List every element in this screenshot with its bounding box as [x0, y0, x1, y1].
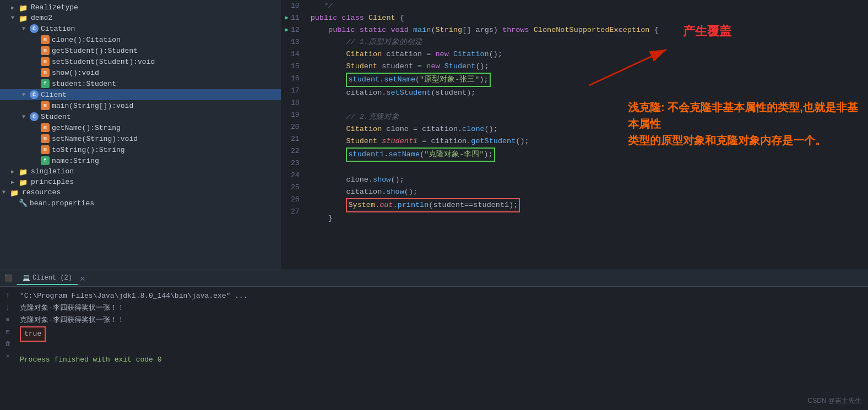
- tree-item-student-field[interactable]: f student:Student: [0, 78, 281, 89]
- tree-item-show[interactable]: m show():void: [0, 67, 281, 78]
- arrow-client: [22, 92, 30, 98]
- tree-item-main[interactable]: m main(String[]):void: [0, 100, 281, 111]
- console-line-empty: [20, 342, 861, 354]
- console-text: 克隆对象-李四获得奖状一张！！: [20, 314, 124, 326]
- tree-label-client: Client: [41, 91, 67, 99]
- delete-btn[interactable]: ✕: [2, 351, 13, 362]
- tree-label: name:String: [52, 157, 99, 165]
- console-line-process: Process finished with exit code 0: [20, 354, 861, 366]
- method-icon-getname: m: [41, 123, 50, 132]
- console-line-true: true: [20, 326, 861, 342]
- folder-icon-principles: [19, 178, 29, 186]
- tree-label-student: Student: [41, 113, 71, 121]
- tree-label: student:Student: [52, 80, 116, 88]
- console-line-output1: 克隆对象-李四获得奖状一张！！: [20, 302, 861, 314]
- code-line-25: citation.show();: [311, 186, 868, 198]
- arrow-demo2: [11, 15, 19, 21]
- folder-icon-singletion: [19, 168, 29, 176]
- console-text: [20, 342, 24, 354]
- tree-label: principles: [31, 178, 74, 186]
- code-line-26: System.out.println(student==student1);: [311, 198, 868, 212]
- tree-label: Realizetype: [31, 3, 78, 12]
- tree-item-singletion[interactable]: singletion: [0, 166, 281, 177]
- folder-icon-demo2: [19, 14, 29, 22]
- tree-item-citation[interactable]: C Citation: [0, 23, 281, 34]
- arrow-student-class: [22, 114, 30, 120]
- code-line-13: // 1.原型对象的创建: [311, 36, 868, 48]
- method-icon-tostring: m: [41, 145, 50, 154]
- scroll-up-btn[interactable]: ↑: [2, 290, 13, 301]
- tree-item-clone[interactable]: m clone():Citation: [0, 34, 281, 45]
- tree-item-demo2[interactable]: demo2: [0, 13, 281, 23]
- tree-label-demo2: demo2: [31, 14, 52, 22]
- method-icon-setname: m: [41, 134, 50, 143]
- tree-label: setName(String):void: [52, 135, 138, 143]
- tree-label: toString():String: [52, 146, 125, 154]
- tree-item-client[interactable]: C Client: [0, 89, 281, 100]
- method-icon: m: [41, 57, 50, 66]
- folder-icon: [19, 4, 29, 12]
- close-tab-icon[interactable]: ✕: [80, 273, 85, 284]
- clear-btn[interactable]: 🗑: [2, 338, 13, 349]
- scroll-down-btn[interactable]: ↓: [2, 302, 13, 313]
- true-value: true: [20, 326, 46, 342]
- tree-item-bean-properties[interactable]: 🔧 bean.properties: [0, 198, 281, 209]
- code-line-14: Citation citation = new Citation();: [311, 48, 868, 61]
- code-line-27: }: [311, 212, 868, 225]
- tree-label: resources: [22, 188, 61, 196]
- tree-label: getStudent():Student: [52, 47, 138, 55]
- code-line-15: Student student = new Student();: [311, 61, 868, 73]
- code-line-16: student.setName("原型对象-张三");: [311, 73, 868, 87]
- field-icon: f: [41, 79, 50, 88]
- tree-item-name-field[interactable]: f name:String: [0, 155, 281, 166]
- method-icon: m: [41, 46, 50, 55]
- code-editor: 10 ▶11 ▶12 13 14 15 16 17 18 19 20 21 22…: [281, 0, 868, 270]
- class-icon-student: C: [30, 112, 39, 121]
- field-icon-name: f: [41, 156, 50, 165]
- method-icon: m: [41, 68, 50, 77]
- tree-item-getname[interactable]: m getName():String: [0, 122, 281, 133]
- tree-item-setname[interactable]: m setName(String):void: [0, 133, 281, 144]
- process-text: Process finished with exit code 0: [20, 354, 161, 366]
- tree-item-setstudent[interactable]: m setStudent(Student):void: [0, 56, 281, 67]
- project-tree[interactable]: Realizetype demo2 C Citation m clone():C…: [0, 0, 281, 270]
- line-numbers: 10 ▶11 ▶12 13 14 15 16 17 18 19 20 21 22…: [281, 0, 306, 225]
- tree-label: singletion: [31, 167, 74, 176]
- code-line-22: student1.setName("克隆对象-李四");: [311, 147, 868, 162]
- code-line-17: citation.setStudent(student);: [311, 87, 868, 99]
- folder-icon-resources: [10, 189, 20, 196]
- code-line-11: public class Client {: [311, 12, 868, 24]
- code-line-10: */: [311, 0, 868, 12]
- arrow-realizetype: [11, 4, 19, 11]
- run-tab-icon: 💻: [23, 274, 30, 281]
- tree-item-getstudent[interactable]: m getStudent():Student: [0, 45, 281, 56]
- tree-label: bean.properties: [30, 199, 94, 207]
- method-icon: m: [41, 35, 50, 44]
- annotation-coverage: 产生覆盖: [683, 23, 731, 40]
- class-icon-client: C: [30, 90, 39, 99]
- properties-icon: 🔧: [19, 199, 28, 207]
- terminal-icon: ⬛: [4, 274, 13, 282]
- arrow-citation: [22, 26, 30, 32]
- arrow-principles: [11, 179, 19, 185]
- console-output: ↑ ↓ ≡ ⊟ 🗑 ✕ "C:\Program Files\Java\jdk1.…: [0, 287, 868, 410]
- console-controls: ↑ ↓ ≡ ⊟ 🗑 ✕: [2, 287, 13, 362]
- tree-item-resources[interactable]: resources: [0, 187, 281, 198]
- console-line-output2: 克隆对象-李四获得奖状一张！！: [20, 314, 861, 326]
- tree-item-principles[interactable]: principles: [0, 177, 281, 187]
- tree-item-student-class[interactable]: C Student: [0, 111, 281, 122]
- arrow-resources: [2, 189, 10, 195]
- tree-label: setStudent(Student):void: [52, 58, 155, 66]
- class-icon-citation: C: [30, 24, 39, 33]
- run-tab-client[interactable]: 💻 Client (2): [17, 272, 78, 285]
- code-line-24: clone.show();: [311, 174, 868, 186]
- tree-item-realizetype[interactable]: Realizetype: [0, 2, 281, 13]
- tree-label: getName():String: [52, 124, 121, 132]
- tree-label-main: main(String[]):void: [52, 102, 133, 110]
- bottom-tabs-bar: ⬛ 💻 Client (2) ✕: [0, 270, 868, 287]
- bottom-panel: ⬛ 💻 Client (2) ✕ ↑ ↓ ≡ ⊟ 🗑 ✕ "C:\Program…: [0, 270, 868, 410]
- tree-item-tostring[interactable]: m toString():String: [0, 144, 281, 155]
- wrap-btn[interactable]: ≡: [2, 314, 13, 325]
- filter-btn[interactable]: ⊟: [2, 326, 13, 337]
- code-line-12: public static void main(String[] args) t…: [311, 24, 868, 36]
